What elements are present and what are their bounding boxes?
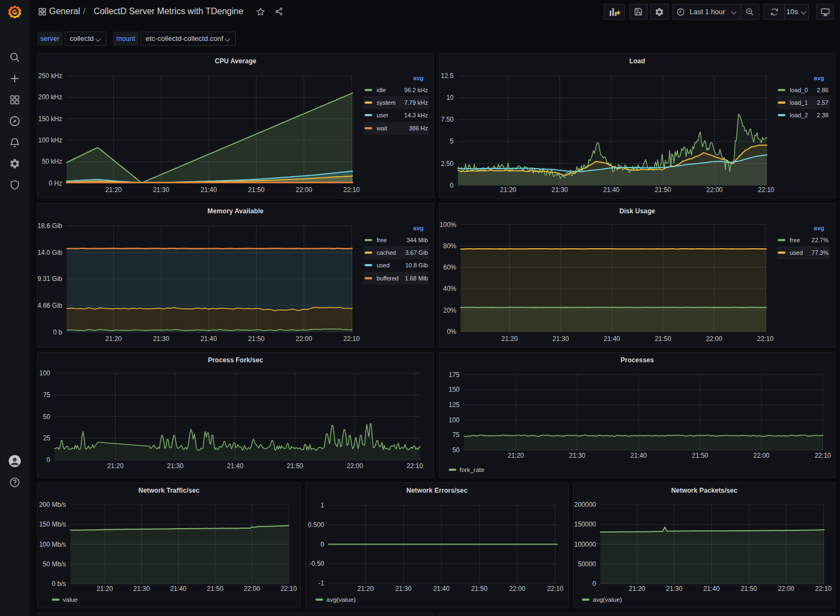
svg-text:21:30: 21:30 <box>551 186 568 194</box>
svg-text:22:10: 22:10 <box>407 462 423 470</box>
svg-text:0: 0 <box>320 541 324 548</box>
svg-text:22:00: 22:00 <box>778 585 794 593</box>
svg-text:21:40: 21:40 <box>200 335 217 343</box>
svg-text:21:50: 21:50 <box>471 585 487 593</box>
svg-text:21:40: 21:40 <box>170 585 187 593</box>
svg-text:14.0 Gib: 14.0 Gib <box>38 249 62 256</box>
svg-text:21:50: 21:50 <box>655 335 671 343</box>
svg-text:50: 50 <box>452 446 460 454</box>
svg-text:21:50: 21:50 <box>654 186 671 194</box>
svg-text:21:40: 21:40 <box>227 462 243 470</box>
svg-text:60%: 60% <box>443 264 456 271</box>
svg-text:22:10: 22:10 <box>343 186 360 194</box>
svg-text:21:20: 21:20 <box>629 585 645 593</box>
svg-text:0: 0 <box>46 456 50 464</box>
svg-text:150000: 150000 <box>574 521 596 528</box>
svg-text:250 kHz: 250 kHz <box>38 72 62 80</box>
svg-text:20%: 20% <box>443 307 456 314</box>
svg-text:12.5: 12.5 <box>441 72 454 80</box>
svg-text:21:30: 21:30 <box>153 186 169 194</box>
svg-text:22:00: 22:00 <box>296 186 312 194</box>
svg-text:100 kHz: 100 kHz <box>38 136 62 144</box>
svg-text:22:00: 22:00 <box>296 335 312 343</box>
svg-text:21:30: 21:30 <box>666 585 682 593</box>
svg-text:22:10: 22:10 <box>281 585 297 593</box>
svg-text:100 Mb/s: 100 Mb/s <box>39 541 66 548</box>
svg-text:200 Mb/s: 200 Mb/s <box>39 501 66 509</box>
svg-text:2.50: 2.50 <box>441 160 454 168</box>
svg-text:50 Mb/s: 50 Mb/s <box>43 560 66 568</box>
svg-text:21:20: 21:20 <box>502 335 518 343</box>
svg-text:21:20: 21:20 <box>105 335 122 343</box>
svg-text:80%: 80% <box>443 242 456 250</box>
svg-text:21:50: 21:50 <box>287 462 303 470</box>
svg-text:22:00: 22:00 <box>706 186 723 194</box>
svg-text:22:00: 22:00 <box>509 585 526 593</box>
svg-text:75: 75 <box>452 431 460 439</box>
svg-text:21:20: 21:20 <box>97 585 113 593</box>
svg-text:0 b: 0 b <box>53 328 62 336</box>
svg-text:4.66 Gib: 4.66 Gib <box>38 302 62 309</box>
svg-text:10: 10 <box>446 94 454 101</box>
svg-text:21:40: 21:40 <box>603 186 619 194</box>
svg-text:21:30: 21:30 <box>153 335 169 343</box>
svg-text:50: 50 <box>43 413 51 421</box>
svg-text:21:20: 21:20 <box>105 186 122 194</box>
svg-text:22:10: 22:10 <box>758 186 774 194</box>
svg-text:-0.50: -0.50 <box>309 560 325 567</box>
svg-text:21:20: 21:20 <box>500 186 516 194</box>
svg-text:22:00: 22:00 <box>706 335 722 343</box>
svg-text:50000: 50000 <box>578 560 597 568</box>
svg-text:21:40: 21:40 <box>200 186 217 194</box>
svg-text:21:30: 21:30 <box>167 462 183 470</box>
svg-text:21:30: 21:30 <box>395 585 412 593</box>
svg-text:0 Hz: 0 Hz <box>49 180 62 187</box>
svg-text:21:20: 21:20 <box>358 585 374 593</box>
svg-text:175: 175 <box>449 371 460 379</box>
svg-text:9.31 Gib: 9.31 Gib <box>38 275 62 283</box>
svg-text:21:40: 21:40 <box>433 585 450 593</box>
svg-text:7.50: 7.50 <box>441 116 454 123</box>
svg-text:150: 150 <box>449 386 460 393</box>
svg-text:21:20: 21:20 <box>508 452 524 459</box>
svg-text:0.500: 0.500 <box>308 521 324 529</box>
svg-text:22:10: 22:10 <box>814 452 831 459</box>
svg-text:21:30: 21:30 <box>569 452 585 459</box>
svg-text:0: 0 <box>592 580 596 588</box>
svg-text:21:30: 21:30 <box>133 585 150 593</box>
svg-text:22:10: 22:10 <box>815 585 831 593</box>
svg-text:21:50: 21:50 <box>207 585 223 593</box>
svg-text:22:10: 22:10 <box>757 335 773 343</box>
svg-text:21:50: 21:50 <box>248 186 265 194</box>
svg-text:40%: 40% <box>443 285 456 292</box>
svg-text:-1: -1 <box>318 579 324 587</box>
svg-text:100000: 100000 <box>574 541 596 548</box>
svg-text:150 Mb/s: 150 Mb/s <box>39 521 66 528</box>
svg-text:100%: 100% <box>439 221 456 229</box>
svg-text:21:30: 21:30 <box>552 335 569 343</box>
svg-text:21:20: 21:20 <box>107 462 123 470</box>
svg-text:0: 0 <box>450 182 454 189</box>
svg-text:18.6 Gib: 18.6 Gib <box>38 222 62 230</box>
svg-text:21:40: 21:40 <box>704 585 720 593</box>
svg-text:5: 5 <box>450 137 454 145</box>
svg-text:200 kHz: 200 kHz <box>38 93 62 101</box>
svg-text:22:00: 22:00 <box>753 452 770 459</box>
svg-text:100: 100 <box>449 416 460 424</box>
svg-text:22:00: 22:00 <box>243 585 260 593</box>
svg-text:21:50: 21:50 <box>741 585 757 593</box>
svg-text:22:10: 22:10 <box>547 585 563 593</box>
svg-text:21:50: 21:50 <box>248 335 265 343</box>
svg-text:21:40: 21:40 <box>630 452 647 459</box>
svg-text:0 b/s: 0 b/s <box>52 580 66 588</box>
svg-text:22:00: 22:00 <box>347 462 363 470</box>
svg-text:200000: 200000 <box>574 501 596 509</box>
svg-text:25: 25 <box>43 434 51 442</box>
svg-text:22:10: 22:10 <box>343 335 360 343</box>
svg-text:75: 75 <box>43 391 51 399</box>
svg-text:21:50: 21:50 <box>692 452 708 459</box>
svg-text:150 kHz: 150 kHz <box>38 115 62 123</box>
svg-text:1: 1 <box>320 501 324 509</box>
svg-text:50 kHz: 50 kHz <box>42 158 62 165</box>
svg-text:21:40: 21:40 <box>604 335 620 343</box>
